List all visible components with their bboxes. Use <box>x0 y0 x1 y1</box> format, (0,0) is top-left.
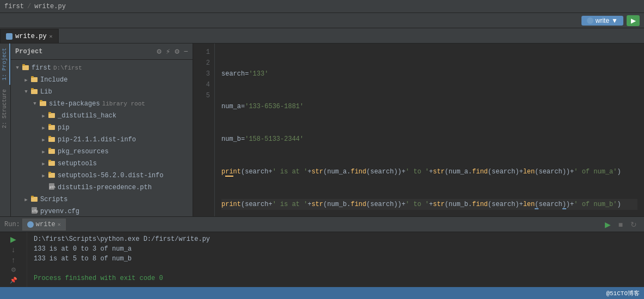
tab-label: write.py <box>15 33 47 40</box>
tree-item-scripts[interactable]: Scripts <box>11 194 193 205</box>
code-line-5: print(search+' is at '+str(num_b.find(se… <box>221 199 637 210</box>
tree-item-pkg_resources[interactable]: pkg_resources <box>11 146 193 158</box>
run-config-button[interactable]: write ▼ <box>581 16 623 26</box>
line-num-5: 5 <box>200 90 210 101</box>
code-line-1: search='133' <box>221 68 637 79</box>
gear-icon[interactable]: ⚙ <box>175 47 179 56</box>
svg-rect-16 <box>48 161 55 166</box>
run-output-line-5: Process finished with exit code 0 <box>34 273 637 283</box>
run-side-pin-btn[interactable]: 📌 <box>8 276 20 285</box>
status-text: @51CTO博客 <box>606 289 640 297</box>
tree-label-pyvenv.cfg: pyvenv.cfg <box>40 208 79 215</box>
tree-item-first[interactable]: firstD:\first <box>11 62 193 74</box>
code-line-2: num_a='133-6536-1881' <box>221 101 637 112</box>
main-area: 1: Project 2: Structure Project ⚙ ⚡ ⚙ − … <box>0 43 644 216</box>
tree-arrow-pip <box>39 125 48 131</box>
tree-arrow-pip-21.1.1.dist-info <box>39 137 48 143</box>
tree-item-lib[interactable]: Lib <box>11 86 193 98</box>
tree-item-include[interactable]: Include <box>11 74 193 86</box>
line-num-3: 3 <box>200 68 210 79</box>
tree-item-setuptools[interactable]: setuptools <box>11 158 193 170</box>
code-area: 1 2 3 4 5 search='133' num_a='133-6536-1… <box>193 43 644 216</box>
minimize-icon[interactable]: − <box>184 47 188 56</box>
folder-icon-include <box>30 75 38 85</box>
tab-close-icon[interactable]: ✕ <box>49 33 53 40</box>
run-stop-button[interactable]: ■ <box>615 219 627 231</box>
tree-label-pip: pip <box>58 124 70 132</box>
svg-rect-15 <box>48 148 51 149</box>
svg-rect-2 <box>31 77 38 82</box>
title-file: write.py <box>34 3 66 10</box>
tree-arrow-setuptools <box>39 161 48 167</box>
title-project: first <box>4 3 24 10</box>
play-button[interactable]: ▶ <box>627 15 640 26</box>
tree-label-scripts: Scripts <box>40 196 67 203</box>
run-side-settings-btn[interactable]: ⚙ <box>8 265 20 275</box>
svg-rect-0 <box>22 65 29 70</box>
folder-icon-pkg_resources <box>48 147 55 157</box>
line-numbers: 1 2 3 4 5 <box>193 43 215 216</box>
lightning-icon[interactable]: ⚡ <box>166 47 170 56</box>
folder-icon-pip <box>48 123 55 133</box>
tree-item-pyvenv.cfg[interactable]: cfgpyvenv.cfg <box>11 205 193 216</box>
tree-arrow-pkg_resources <box>39 149 48 155</box>
run-output-line-1: D:\first\Scripts\python.exe D:/first/wri… <box>34 234 637 244</box>
folder-icon-site-packages <box>39 99 47 109</box>
project-tree: firstD:\firstIncludeLibsite-packageslibr… <box>11 60 193 216</box>
run-tab-icon <box>27 221 34 228</box>
line-num-2: 2 <box>200 58 210 68</box>
tree-label-setuptools-56.2.0.dist-info: setuptools-56.2.0.dist-info <box>58 172 163 179</box>
run-play-button[interactable]: ▶ <box>602 219 614 231</box>
folder-icon-first <box>22 63 29 73</box>
run-tab-close-icon[interactable]: ✕ <box>58 221 61 228</box>
tree-item-pip[interactable]: pip <box>11 122 193 134</box>
tree-label-distutils_hack: _distutils_hack <box>58 112 116 120</box>
svg-rect-23 <box>31 196 34 197</box>
tree-label-distutils-precedence.pth: distutils-precedence.pth <box>58 184 152 191</box>
folder-icon-pip-21.1.1.dist-info <box>48 135 55 145</box>
sidebar-toolbar: Project ⚙ ⚡ ⚙ − <box>11 43 193 60</box>
sidebar-title: Project <box>15 48 152 55</box>
tree-item-pip-21.1.1.dist-info[interactable]: pip-21.1.1.dist-info <box>11 134 193 146</box>
tree-label-pkg_resources: pkg_resources <box>58 148 109 155</box>
side-panel-tabs: 1: Project 2: Structure <box>0 43 11 216</box>
editor-area: 1 2 3 4 5 search='133' num_a='133-6536-1… <box>193 43 644 216</box>
top-toolbar: write ▼ ▶ <box>0 13 644 28</box>
tree-item-distutils-precedence.pth[interactable]: pthdistutils-precedence.pth <box>11 182 193 194</box>
code-line-3: num_b='158-5133-2344' <box>221 134 637 145</box>
tree-item-site-packages[interactable]: site-packageslibrary root <box>11 98 193 110</box>
svg-rect-17 <box>48 160 51 161</box>
svg-rect-10 <box>48 125 55 130</box>
folder-icon-setuptools <box>48 159 55 169</box>
run-label: Run: <box>4 221 20 228</box>
tab-write-py[interactable]: write.py ✕ <box>0 29 59 43</box>
run-button-label: write <box>596 17 609 24</box>
svg-rect-12 <box>48 137 55 142</box>
run-side-down-btn[interactable]: ↓ <box>8 245 20 254</box>
tree-arrow-distutils_hack <box>39 113 48 119</box>
svg-rect-18 <box>48 173 55 178</box>
run-rerun-button[interactable]: ↻ <box>628 219 640 231</box>
status-bar: @51CTO博客 <box>0 287 644 299</box>
tree-label-lib: Lib <box>40 88 52 96</box>
side-tab-project[interactable]: 1: Project <box>0 43 10 85</box>
run-tab-write[interactable]: write ✕ <box>22 219 66 231</box>
tree-item-distutils_hack[interactable]: _distutils_hack <box>11 110 193 122</box>
sidebar: Project ⚙ ⚡ ⚙ − firstD:\firstIncludeLibs… <box>11 43 193 216</box>
line-num-4: 4 <box>200 79 210 90</box>
svg-rect-8 <box>48 113 55 118</box>
code-lines[interactable]: search='133' num_a='133-6536-1881' num_b… <box>215 43 644 216</box>
svg-rect-5 <box>31 88 34 90</box>
run-side-up-btn[interactable]: ↑ <box>8 255 20 264</box>
run-tab-bar: Run: write ✕ ▶ ■ ↻ <box>0 217 644 232</box>
side-tab-structure[interactable]: 2: Structure <box>0 85 10 133</box>
settings-icon[interactable]: ⚙ <box>157 47 161 56</box>
tree-item-setuptools-56.2.0.dist-info[interactable]: setuptools-56.2.0.dist-info <box>11 170 193 182</box>
editor-tab-bar: write.py ✕ <box>0 28 644 43</box>
tree-arrow-first <box>13 65 22 71</box>
run-dropdown-icon: ▼ <box>611 17 618 24</box>
svg-rect-4 <box>31 89 38 94</box>
svg-rect-19 <box>48 172 51 173</box>
run-side-play-btn[interactable]: ▶ <box>8 234 20 244</box>
tree-meta-site-packages: library root <box>102 101 145 107</box>
